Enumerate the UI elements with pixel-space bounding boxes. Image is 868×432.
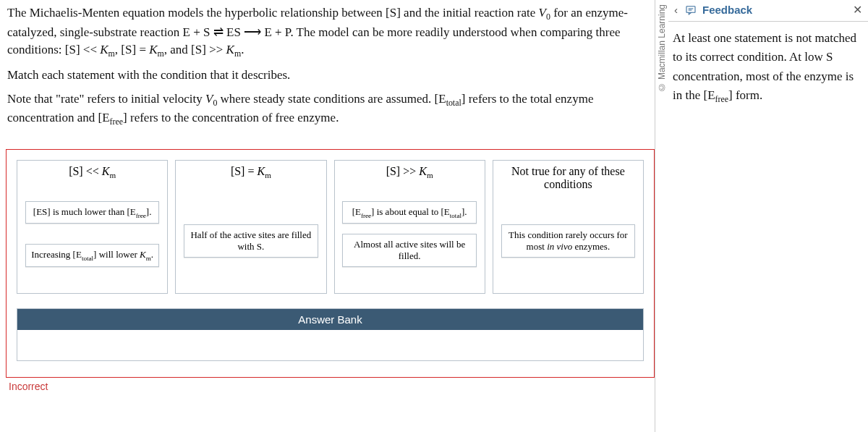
feedback-title: Feedback — [702, 4, 752, 16]
bucket-title: [S] << Km — [66, 165, 119, 194]
svg-rect-0 — [686, 6, 695, 12]
close-icon[interactable]: ✕ — [853, 3, 862, 17]
bucket-title: [S] = Km — [228, 165, 274, 194]
matching-area: [S] << Km [ES] is much lower than [Efree… — [6, 149, 655, 378]
feedback-icon — [685, 4, 697, 16]
bucket-not-true[interactable]: Not true for any of these conditions Thi… — [493, 160, 644, 294]
answer-bank[interactable]: Answer Bank — [17, 308, 644, 361]
bucket-s-much-less-km[interactable]: [S] << Km [ES] is much lower than [Efree… — [17, 160, 168, 294]
bucket-title: Not true for any of these conditions — [498, 165, 639, 194]
prev-icon[interactable]: ‹ — [673, 4, 679, 16]
chip-es-lower-than-efree[interactable]: [ES] is much lower than [Efree]. — [25, 201, 159, 224]
status-incorrect: Incorrect — [6, 378, 655, 392]
feedback-header: ‹ Feedback ✕ — [668, 0, 868, 22]
bucket-s-equals-km[interactable]: [S] = Km Half of the active sites are fi… — [175, 160, 326, 294]
answer-bank-header: Answer Bank — [17, 309, 643, 330]
chip-almost-all-sites-filled[interactable]: Almost all active sites will be filled. — [342, 234, 476, 267]
bucket-title: [S] >> Km — [383, 165, 436, 194]
chip-half-active-sites[interactable]: Half of the active sites are filled with… — [184, 224, 318, 258]
feedback-body: At least one statement is not matched to… — [668, 22, 868, 114]
question-prompt: The Michaelis-Menten equation models the… — [6, 4, 655, 129]
chip-rarely-occurs-in-vivo[interactable]: This condition rarely occurs for most in… — [501, 224, 635, 258]
chip-efree-about-etotal[interactable]: [Efree] is about equal to [Etotal]. — [342, 201, 476, 224]
bucket-s-much-greater-km[interactable]: [S] >> Km [Efree] is about equal to [Eto… — [334, 160, 485, 294]
chip-increasing-etotal-lowers-km[interactable]: Increasing [Etotal] will lower Km. — [25, 244, 159, 267]
copyright-label: © Macmillan Learning — [655, 0, 668, 96]
